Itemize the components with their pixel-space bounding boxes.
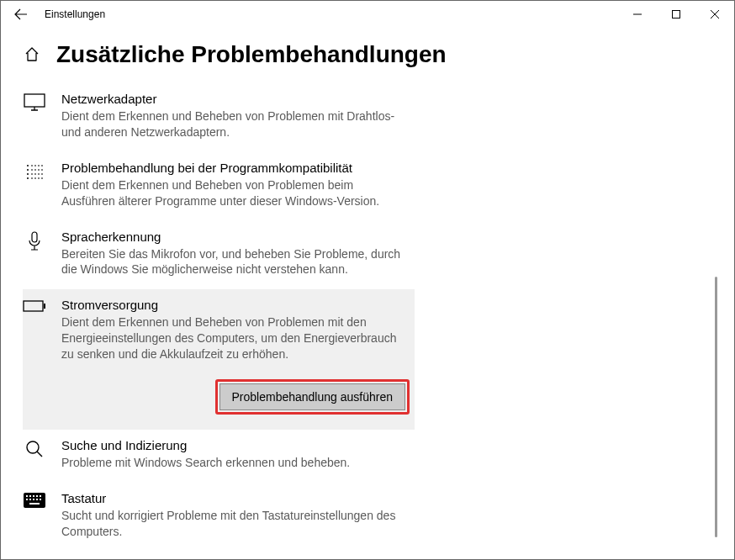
item-title: Problembehandlung bei der Programmkompat… xyxy=(61,161,410,175)
svg-rect-17 xyxy=(29,503,40,505)
page-title: Zusätzliche Problembehandlungen xyxy=(56,41,447,68)
troubleshooter-item-program-compatibility[interactable]: Problembehandlung bei der Programmkompat… xyxy=(23,152,410,221)
close-icon xyxy=(711,10,719,18)
item-desc: Dient dem Erkennen und Beheben von Probl… xyxy=(61,108,410,140)
keyboard-icon xyxy=(24,493,45,508)
svg-rect-11 xyxy=(40,495,41,497)
compat-list-icon xyxy=(24,162,45,181)
troubleshooter-item-directaccess[interactable]: Verbindung mit einem Arbeitsplatz über D… xyxy=(23,552,410,556)
item-title: Spracherkennung xyxy=(61,230,410,244)
svg-rect-13 xyxy=(29,499,31,500)
item-title: Netzwerkadapter xyxy=(61,92,410,106)
item-title: Tastatur xyxy=(61,491,410,505)
window-controls xyxy=(618,1,734,28)
minimize-button[interactable] xyxy=(618,1,657,28)
svg-rect-15 xyxy=(36,499,38,500)
svg-rect-2 xyxy=(32,232,37,242)
svg-rect-3 xyxy=(24,301,43,311)
svg-rect-12 xyxy=(26,499,28,500)
item-desc: Probleme mit Windows Search erkennen und… xyxy=(61,455,410,471)
arrow-left-icon xyxy=(14,8,28,21)
home-icon xyxy=(24,46,40,63)
troubleshooter-item-power[interactable]: Stromversorgung Dient dem Erkennen und B… xyxy=(23,289,415,430)
titlebar: Einstellungen xyxy=(1,1,734,28)
item-title: Stromversorgung xyxy=(61,298,410,312)
item-desc: Dient dem Erkennen und Beheben von Probl… xyxy=(61,314,410,362)
minimize-icon xyxy=(633,10,642,18)
monitor-icon xyxy=(24,93,45,112)
callout-highlight: Problembehandlung ausführen xyxy=(215,379,410,415)
svg-rect-7 xyxy=(26,495,28,497)
svg-rect-4 xyxy=(44,304,45,309)
search-icon xyxy=(25,440,44,458)
svg-rect-0 xyxy=(673,11,680,18)
close-button[interactable] xyxy=(695,1,734,28)
troubleshooter-item-search-indexing[interactable]: Suche und Indizierung Probleme mit Windo… xyxy=(23,430,410,483)
svg-rect-1 xyxy=(24,94,45,107)
home-button[interactable] xyxy=(23,46,41,63)
maximize-button[interactable] xyxy=(657,1,695,28)
battery-icon xyxy=(23,299,46,313)
svg-point-5 xyxy=(27,441,39,453)
svg-rect-9 xyxy=(33,495,34,497)
maximize-icon xyxy=(672,10,680,18)
content-area: Zusätzliche Problembehandlungen Netzwerk… xyxy=(23,41,719,556)
microphone-icon xyxy=(26,231,43,253)
troubleshooter-list: Netzwerkadapter Dient dem Erkennen und B… xyxy=(23,83,410,556)
item-desc: Sucht und korrigiert Probleme mit den Ta… xyxy=(61,508,410,540)
svg-rect-16 xyxy=(40,499,41,500)
item-title: Suche und Indizierung xyxy=(61,438,410,452)
svg-rect-14 xyxy=(33,499,34,500)
troubleshooter-item-speech-recognition[interactable]: Spracherkennung Bereiten Sie das Mikrofo… xyxy=(23,221,410,290)
troubleshooter-item-network-adapter[interactable]: Netzwerkadapter Dient dem Erkennen und B… xyxy=(23,83,410,152)
item-desc: Dient dem Erkennen und Beheben von Probl… xyxy=(61,177,410,209)
svg-rect-10 xyxy=(36,495,38,497)
scrollbar-thumb[interactable] xyxy=(715,277,717,537)
window-title: Einstellungen xyxy=(45,8,105,20)
run-troubleshooter-button[interactable]: Problembehandlung ausführen xyxy=(219,383,405,410)
page-header: Zusätzliche Problembehandlungen xyxy=(23,41,719,68)
back-button[interactable] xyxy=(8,1,34,28)
svg-rect-8 xyxy=(29,495,31,497)
troubleshooter-item-keyboard[interactable]: Tastatur Sucht und korrigiert Probleme m… xyxy=(23,483,410,552)
item-desc: Bereiten Sie das Mikrofon vor, und beheb… xyxy=(61,246,410,278)
